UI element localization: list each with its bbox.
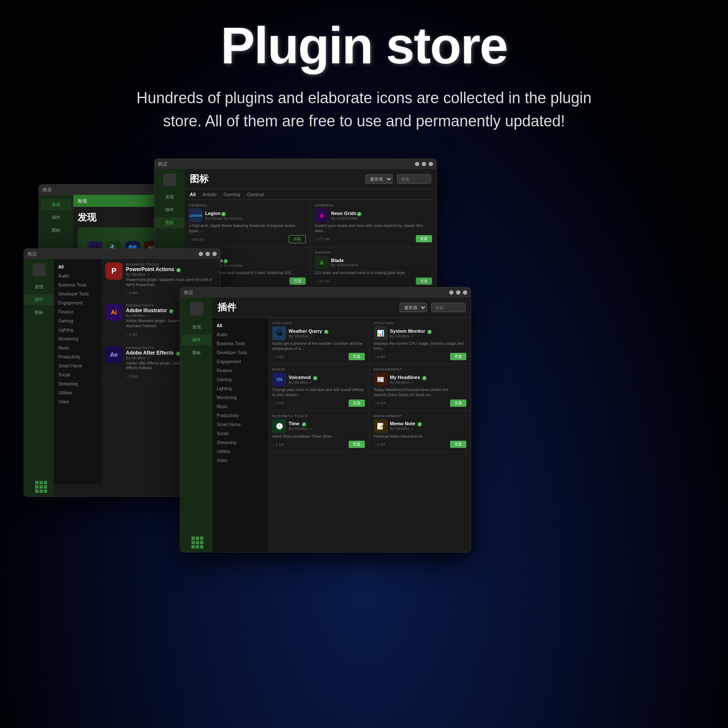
max-btn-icons[interactable] [422,162,426,166]
tab-artistic-icons[interactable]: Artistic [203,192,217,197]
nav-productivity-main[interactable]: Productivity [212,411,268,420]
nav-smarthome-pm[interactable]: Smart Home [54,361,101,370]
dot [39,481,43,484]
max-btn-main[interactable] [456,290,460,295]
sidebar-item-icons[interactable]: 图标 [41,225,71,236]
valhalla-install-btn[interactable]: 支盘 [289,277,306,285]
memonote-name: Memo Note ✓ [390,421,467,427]
nav-engagement-main[interactable]: Engagement [212,357,268,366]
close-btn-main[interactable] [463,290,467,295]
nav-monitoring-main[interactable]: Monitoring [212,393,268,402]
memonote-author: By MiraBox ✓ [390,427,467,431]
nav-finance-pm[interactable]: Finance [54,307,101,316]
nav-music-pm[interactable]: Music [54,343,101,352]
min-btn-main[interactable] [449,290,454,295]
min-btn-pm[interactable] [199,252,203,256]
headlines-install-btn[interactable]: 支盘 [450,400,466,407]
close-btn-pm[interactable] [212,252,217,256]
sysmonitor-verified: ✓ [427,330,432,334]
nav-all-pm[interactable]: All [54,263,101,272]
search-input-icons[interactable] [397,174,431,184]
plugin-card-voicemod: AUDIO VN Voicemod ✓ By MiraBox ✓ Change … [268,364,370,410]
sidebar-plugins-main-item[interactable]: 插件 [182,334,212,346]
sort-dropdown-main[interactable]: 最常用 [400,303,427,312]
sort-dropdown-icons[interactable]: 最常用 [365,174,393,184]
nav-streaming-main[interactable]: Streaming [212,438,268,447]
nav-video-main[interactable]: Video [212,456,268,465]
nav-productivity-pm[interactable]: Productivity [54,352,101,361]
sidebar-logo-icons [163,173,176,186]
sidebar-icons-icons[interactable]: 图标 [155,217,185,228]
window-plugins-main: 商店 发现 插件 图标 [180,287,471,552]
time-author: By MiraBox ✓ [289,427,365,431]
time-footer: ↓ 4.1M 支盘 [272,441,365,448]
dot [196,537,199,540]
nav-gaming-main[interactable]: Gaming [212,375,268,384]
sidebar-icons-pm[interactable]: 图标 [24,307,54,318]
sidebar-plugins-pm[interactable]: 插件 [24,294,54,305]
nav-all-main[interactable]: All [212,321,268,330]
sysmonitor-install-btn[interactable]: 支盘 [450,353,466,360]
sidebar-discover-pm[interactable]: 发现 [24,281,54,292]
sidebar-item-plugins[interactable]: 插件 [41,212,71,223]
memonote-install-btn[interactable]: 支盘 [450,441,466,448]
nav-social-pm[interactable]: Social [54,370,101,379]
sidebar-plugins-main: 发现 插件 图标 [180,298,212,552]
blade-icon: ⚔ [315,256,328,269]
nav-monitoring-pm[interactable]: Monitoring [54,334,101,343]
memonote-downloads: ↓ 4.1M [374,442,385,447]
time-downloads: ↓ 4.1M [272,442,284,447]
nav-engagement-pm[interactable]: Engagement [54,298,101,307]
sidebar-icons-main[interactable]: 图标 [182,347,212,358]
nav-biztools-pm[interactable]: Business Tools [54,280,101,289]
nav-video-pm[interactable]: Video [54,397,101,406]
neongrids-install-btn[interactable]: 支盘 [416,235,432,242]
search-input-main[interactable] [431,303,465,312]
win-controls-plugins-mid [199,252,217,256]
blade-install-btn[interactable]: 支盘 [416,277,432,285]
memonote-header: 📝 Memo Note ✓ By MiraBox ✓ [374,419,467,433]
tab-general-icons[interactable]: General [247,192,264,197]
sidebar-discover-main[interactable]: 发现 [182,322,212,333]
nav-streaming-pm[interactable]: Streaming [54,379,101,388]
headlines-icon: 📰 [374,373,388,386]
nav-devtools-main[interactable]: Developer Tools [212,348,268,357]
nav-devtools-pm[interactable]: Developer Tools [54,289,101,298]
tab-discover[interactable]: 发现 [78,198,87,204]
time-install-btn[interactable]: 支盘 [349,441,365,448]
win-controls-plugins-main [449,290,467,295]
tab-gaming-icons[interactable]: Gaming [224,192,240,197]
voicemod-install-btn[interactable]: 支盘 [349,400,365,407]
nav-gaming-pm[interactable]: Gaming [54,316,101,325]
sidebar-item-discover[interactable]: 发现 [41,199,71,210]
voicemod-icon: VN [272,373,286,386]
nav-audio-pm[interactable]: Audio [54,272,101,280]
nav-audio-main[interactable]: Audio [212,330,268,339]
nav-utilities-pm[interactable]: Utilities [54,388,101,397]
page-header: Plugin store Hundreds of plugins and ela… [0,17,728,133]
max-btn-pm[interactable] [206,252,210,256]
headlines-header: 📰 My Headlines ✓ By MiraBox ✓ [374,373,467,386]
left-nav-main: All Audio Business Tools Developer Tools… [212,318,268,552]
icons-plugin-grid: GENERAL LEGION Legion✓ By Visuals by Imp… [185,200,436,289]
weather-install-btn[interactable]: 支盘 [349,353,365,360]
legion-install-btn[interactable]: 加载 [289,235,306,243]
neongrids-icon: ◈ [315,209,328,222]
close-btn-icons[interactable] [429,162,433,166]
nav-lighting-pm[interactable]: Lighting [54,325,101,334]
sidebar-discover-icons[interactable]: 发现 [155,191,185,203]
nav-dots-main [191,537,203,549]
nav-biztools-main[interactable]: Business Tools [212,339,268,348]
win-controls-icons [415,162,433,166]
min-btn-icons[interactable] [415,162,419,166]
legion-verified: ✓ [221,212,226,216]
sidebar-plugins-icons[interactable]: 插件 [155,204,185,215]
titlebar-plugins-main: 商店 [180,287,471,298]
nav-finance-main[interactable]: Finance [212,366,268,375]
tab-all-icons[interactable]: All [190,192,196,197]
nav-utilities-main[interactable]: Utilities [212,447,268,456]
nav-social-main[interactable]: Social [212,429,268,438]
nav-music-main[interactable]: Music [212,402,268,411]
nav-smarthome-main[interactable]: Smart Home [212,420,268,429]
nav-lighting-main[interactable]: Lighting [212,384,268,393]
